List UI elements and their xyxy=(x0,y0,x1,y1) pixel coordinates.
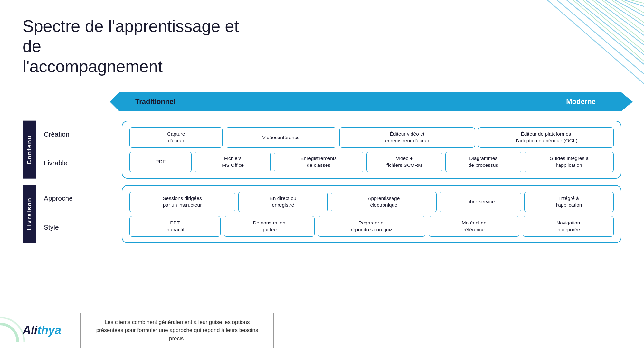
box-direct-enregistre: En direct ouenregistré xyxy=(238,192,328,212)
livraison-row-labels: Approche Style xyxy=(36,185,116,243)
footnote-text: Les clients combinent généralement à leu… xyxy=(96,319,258,342)
livraison-style-row: PPTinteractif Démonstrationguidée Regard… xyxy=(129,216,614,237)
box-editeur-video: Éditeur vidéo etenregistreur d'écran xyxy=(339,127,475,148)
box-pdf: PDF xyxy=(129,152,192,172)
contenu-row-labels: Création Livrable xyxy=(36,121,116,179)
page-title: Spectre de l'apprentissage et de l'accom… xyxy=(23,16,242,76)
box-ppt-interactif: PPTinteractif xyxy=(129,216,221,237)
livraison-section: Livraison Approche Style Sessions dirigé… xyxy=(23,185,621,243)
bottom-area: Alithya Les clients combinent généraleme… xyxy=(23,313,621,348)
box-apprentissage-electronique: Apprentissageélectronique xyxy=(331,192,437,212)
livraison-row1-label: Approche xyxy=(44,195,116,204)
box-enregistrements-classes: Enregistrementsde classes xyxy=(274,152,363,172)
contenu-row2-label: Livrable xyxy=(44,159,116,169)
box-demonstration-guidee: Démonstrationguidée xyxy=(224,216,315,237)
livraison-left: Livraison Approche Style xyxy=(23,185,116,243)
arrow-shape: Traditionnel Moderne xyxy=(119,92,621,111)
two-sections: Contenu Création Livrable Captured'écran… xyxy=(23,121,621,243)
box-fichiers-office: FichiersMS Office xyxy=(195,152,270,172)
box-video-scorm: Vidéo +fichiers SCORM xyxy=(366,152,442,172)
box-libre-service: Libre-service xyxy=(440,192,521,212)
box-regarder-quiz: Regarder etrépondre à un quiz xyxy=(318,216,425,237)
box-capture-ecran: Captured'écran xyxy=(129,127,223,148)
logo: Alithya xyxy=(23,324,61,337)
livraison-approche-row: Sessions dirigéespar un instructeur En d… xyxy=(129,192,614,212)
box-videoconference: Vidéoconférence xyxy=(226,127,336,148)
contenu-vert-label: Contenu xyxy=(23,121,36,179)
spectrum-arrow: Traditionnel Moderne xyxy=(119,92,621,111)
contenu-row1-label: Création xyxy=(44,130,116,140)
box-diagrammes: Diagrammesde processus xyxy=(445,152,521,172)
livraison-vert-label: Livraison xyxy=(23,185,36,243)
contenu-left: Contenu Création Livrable xyxy=(23,121,116,179)
contenu-creation-row: Captured'écran Vidéoconférence Éditeur v… xyxy=(129,127,614,148)
livraison-right-panel: Sessions dirigéespar un instructeur En d… xyxy=(122,185,621,243)
box-materiel-reference: Matériel deréférence xyxy=(429,216,520,237)
box-navigation-incorporee: Navigationincorporée xyxy=(523,216,614,237)
title-line1: Spectre de l'apprentissage et de xyxy=(23,17,239,55)
banner-label-left: Traditionnel xyxy=(119,98,175,106)
box-integre-application: Intégré àl'application xyxy=(524,192,614,212)
box-editeur-plateforme: Éditeur de plateformesd'adoption numériq… xyxy=(478,127,614,148)
livraison-row2-label: Style xyxy=(44,223,116,233)
contenu-right-panel: Captured'écran Vidéoconférence Éditeur v… xyxy=(122,121,621,179)
main-content: Spectre de l'apprentissage et de l'accom… xyxy=(0,0,644,253)
banner-label-right: Moderne xyxy=(566,98,621,106)
footnote-box: Les clients combinent généralement à leu… xyxy=(80,313,274,348)
box-guides-integres: Guides intégrés àl'application xyxy=(525,152,614,172)
title-line2: l'accompagnement xyxy=(23,57,163,76)
svg-point-16 xyxy=(0,324,18,342)
contenu-section: Contenu Création Livrable Captured'écran… xyxy=(23,121,621,179)
svg-point-17 xyxy=(0,318,24,342)
box-sessions-dirigees: Sessions dirigéespar un instructeur xyxy=(129,192,235,212)
logo-area: Alithya xyxy=(23,324,61,337)
contenu-livrable-row: PDF FichiersMS Office Enregistrementsde … xyxy=(129,152,614,172)
